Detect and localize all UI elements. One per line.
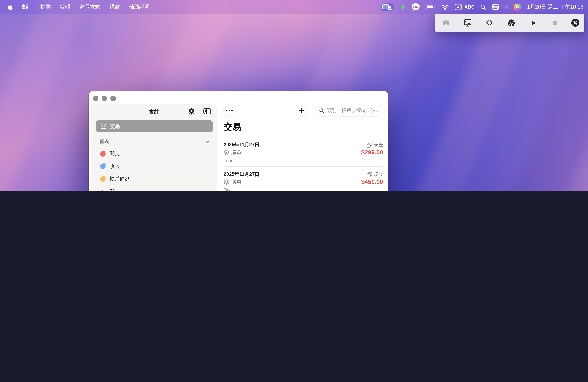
svg-text:A: A — [457, 5, 460, 9]
camera-icon[interactable] — [440, 16, 453, 29]
control-center-icon[interactable] — [492, 4, 499, 10]
spotlight-search-icon[interactable] — [480, 4, 486, 10]
chevron-down-icon[interactable] — [205, 140, 210, 143]
accounting-app-window: 會計 — [89, 91, 388, 191]
capture-toolbar-group-close — [567, 14, 585, 32]
main-content: 類別，帳戶，標籤，註... 交易 2025年11月27日 現金 — [224, 105, 388, 191]
transaction-note: Lunch — [224, 158, 383, 163]
transaction-row[interactable]: 2025年11月27日 現金 購買 $299.00 Lunch — [224, 137, 383, 167]
menu-file[interactable]: 檔案 — [40, 3, 52, 11]
battery-icon[interactable] — [426, 4, 436, 10]
bar-chart-icon — [100, 189, 106, 191]
transaction-category: 購買 — [224, 149, 242, 156]
section-label: 圖表 — [100, 139, 109, 145]
sidebar-item-expenses-pie[interactable]: 開支 — [91, 148, 217, 160]
menu-window[interactable]: 視窗 — [108, 3, 121, 11]
transaction-account: 現金 — [367, 142, 383, 148]
input-source-label: ABC — [464, 5, 475, 9]
category-label: 購買 — [231, 149, 242, 156]
svg-text:LINE: LINE — [413, 5, 419, 8]
capture-toolbar-group-modes — [435, 14, 500, 32]
category-label: 購買 — [231, 179, 242, 186]
sidebar-item-transactions[interactable]: 交易 — [96, 120, 213, 132]
sidebar-item-label: 收入 — [110, 163, 120, 170]
menu-bar-status: LINE A — [381, 3, 588, 11]
wifi-icon[interactable] — [441, 4, 449, 10]
zoom-window-button[interactable] — [110, 96, 116, 101]
minimize-window-button[interactable] — [102, 96, 107, 101]
sidebar-item-label: 開支 — [110, 188, 120, 191]
close-icon[interactable] — [569, 16, 582, 29]
transaction-amount: $450.00 — [361, 179, 383, 186]
transaction-row[interactable]: 2025年11月27日 現金 購買 $450.00 Taxi — [224, 167, 383, 191]
sidebar-item-label: 開支 — [110, 150, 120, 157]
account-label: 現金 — [374, 142, 383, 148]
menu-view[interactable]: 顯示方式 — [79, 3, 101, 11]
transaction-account: 現金 — [367, 171, 383, 177]
input-source-icon: A — [455, 4, 462, 10]
apple-logo-icon[interactable] — [8, 4, 13, 10]
sidebar-item-expenses-bar[interactable]: 開支 — [91, 185, 217, 191]
close-window-button[interactable] — [93, 96, 98, 101]
add-transaction-button[interactable] — [296, 105, 307, 116]
menu-bar-left: 會計 檔案 編輯 顯示方式 視窗 輔助說明 — [0, 3, 150, 11]
desktop: 會計 檔案 編輯 顯示方式 視窗 輔助說明 LI — [0, 0, 588, 191]
sidebar-toggle-icon[interactable] — [203, 107, 211, 115]
menu-edit[interactable]: 編輯 — [59, 3, 71, 11]
search-icon — [319, 108, 324, 113]
page-title: 交易 — [224, 121, 383, 132]
camo-shutter-icon[interactable]: ∞ — [514, 3, 521, 11]
copy-icon — [367, 142, 372, 148]
content-toolbar: 類別，帳戶，標籤，註... — [224, 105, 383, 116]
tray-icon — [100, 123, 106, 129]
code-icon[interactable] — [483, 16, 496, 29]
layers-icon — [224, 179, 229, 185]
menu-bar: 會計 檔案 編輯 顯示方式 視窗 輔助說明 LI — [0, 0, 588, 14]
gear-icon[interactable] — [188, 107, 195, 115]
play-icon[interactable] — [526, 16, 540, 29]
sidebar-item-balance-pie[interactable]: 帳戶餘額 — [91, 173, 217, 185]
transaction-date: 2025年11月27日 — [224, 171, 260, 178]
shutter-icon[interactable] — [505, 16, 518, 29]
capture-toolbar-group-record — [501, 14, 566, 32]
sidebar-header: 會計 — [91, 107, 217, 116]
display-capture-icon[interactable] — [461, 16, 474, 29]
layers-icon — [224, 149, 229, 155]
sidebar-item-label: 帳戶餘額 — [110, 176, 130, 183]
line-app-icon[interactable]: LINE — [412, 3, 420, 11]
lightning-bolt-icon[interactable] — [400, 3, 406, 11]
pie-chart-icon — [100, 163, 106, 170]
stop-icon[interactable] — [548, 16, 562, 29]
sidebar-item-label: 交易 — [110, 123, 120, 130]
plus-icon — [299, 107, 304, 113]
capture-toolbar — [435, 14, 585, 32]
account-label: 現金 — [374, 171, 383, 177]
pie-chart-icon — [100, 176, 106, 182]
search-placeholder: 類別，帳戶，標籤，註... — [327, 107, 379, 114]
menu-app-name[interactable]: 會計 — [20, 3, 32, 11]
sidebar: 會計 — [91, 104, 217, 191]
transaction-category: 購買 — [224, 179, 242, 186]
dimmed-menu-item — [505, 5, 508, 9]
transaction-date: 2025年11月27日 — [224, 142, 260, 148]
copy-icon — [367, 172, 372, 177]
transaction-note: Taxi — [224, 188, 383, 191]
search-input[interactable]: 類別，帳戶，標籤，註... — [315, 105, 383, 116]
sidebar-section-charts[interactable]: 圖表 — [91, 138, 217, 145]
transaction-list: 2025年11月27日 現金 購買 $299.00 Lunch — [224, 137, 383, 191]
menu-help[interactable]: 輔助說明 — [128, 3, 150, 11]
menu-bar-clock[interactable]: 1月20日 週二 下午10:16 — [527, 3, 583, 11]
pie-chart-icon — [100, 150, 106, 157]
transaction-amount: $299.00 — [361, 149, 383, 156]
more-options-button[interactable] — [224, 105, 235, 116]
charts-list: 開支 收入 帳戶餘額 — [91, 148, 217, 191]
screen-sharing-icon[interactable] — [381, 3, 394, 11]
input-source[interactable]: A ABC — [455, 4, 475, 10]
sidebar-item-income-pie[interactable]: 收入 — [91, 160, 217, 173]
ellipsis-icon — [226, 110, 233, 111]
window-controls — [93, 96, 116, 101]
